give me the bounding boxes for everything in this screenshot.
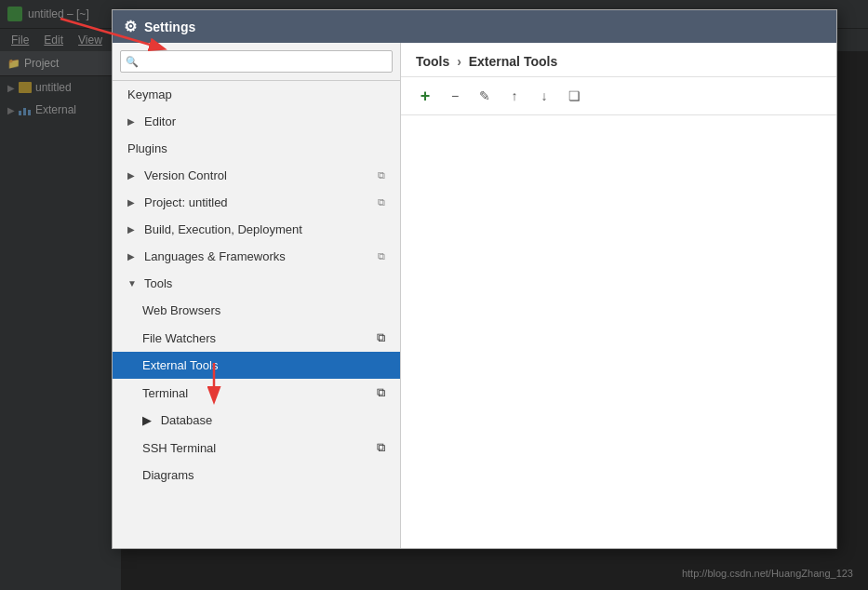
content-breadcrumb: Tools › External Tools [401,43,836,77]
settings-body: Keymap ▶ Editor Plugins ▶ Version Contro… [113,43,836,548]
chevron-right-icon: ▶ [142,413,152,427]
move-down-button[interactable]: ↓ [531,85,557,107]
copy-icon: ⧉ [377,330,385,345]
nav-external-tools[interactable]: External Tools [113,352,400,379]
search-wrapper [120,50,393,73]
copy-icon: ⧉ [378,169,385,181]
nav-database[interactable]: ▶ Database [113,407,400,434]
nav-keymap[interactable]: Keymap [113,81,400,108]
nav-terminal[interactable]: Terminal ⧉ [113,379,400,407]
copy-icon: ⧉ [377,385,385,400]
content-area [401,115,836,548]
settings-content: Tools › External Tools + − ✎ ↑ ↓ ❏ [401,43,836,548]
settings-nav: Keymap ▶ Editor Plugins ▶ Version Contro… [113,43,401,548]
chevron-right-icon: ▶ [127,170,139,181]
edit-tool-button[interactable]: ✎ [472,85,498,107]
nav-ssh-terminal[interactable]: SSH Terminal ⧉ [113,434,400,462]
content-toolbar: + − ✎ ↑ ↓ ❏ [401,77,836,115]
nav-web-browsers[interactable]: Web Browsers [113,297,400,324]
settings-title: Settings [144,20,195,34]
copy-tool-button[interactable]: ❏ [561,85,587,107]
chevron-down-icon: ▼ [127,278,139,288]
breadcrumb-tools: Tools [416,54,449,69]
nav-languages[interactable]: ▶ Languages & Frameworks ⧉ [113,243,400,270]
chevron-right-icon: ▶ [127,197,139,208]
nav-tools[interactable]: ▼ Tools [113,270,400,297]
nav-editor[interactable]: ▶ Editor [113,108,400,135]
move-up-button[interactable]: ↑ [501,85,527,107]
nav-project[interactable]: ▶ Project: untitled ⧉ [113,189,400,216]
settings-overlay[interactable]: ⚙ Settings Keymap ▶ Editor [0,0,868,590]
chevron-right-icon: ▶ [127,224,139,235]
copy-icon: ⧉ [377,440,385,455]
nav-file-watchers[interactable]: File Watchers ⧉ [113,324,400,352]
remove-tool-button[interactable]: − [442,85,468,107]
settings-search-container [113,43,400,81]
nav-version-control[interactable]: ▶ Version Control ⧉ [113,162,400,189]
nav-build[interactable]: ▶ Build, Execution, Deployment [113,216,400,243]
add-tool-button[interactable]: + [412,85,438,107]
nav-plugins[interactable]: Plugins [113,135,400,162]
settings-title-bar: ⚙ Settings [113,10,836,43]
copy-icon: ⧉ [378,250,385,262]
nav-diagrams[interactable]: Diagrams [113,462,400,489]
gear-icon: ⚙ [124,18,137,35]
chevron-right-icon: ▶ [127,116,139,127]
settings-search-input[interactable] [120,50,393,73]
breadcrumb-external-tools: External Tools [469,54,557,69]
chevron-right-icon: ▶ [127,251,139,261]
breadcrumb-separator: › [457,54,461,69]
copy-icon: ⧉ [378,196,385,208]
settings-dialog: ⚙ Settings Keymap ▶ Editor [112,9,837,549]
